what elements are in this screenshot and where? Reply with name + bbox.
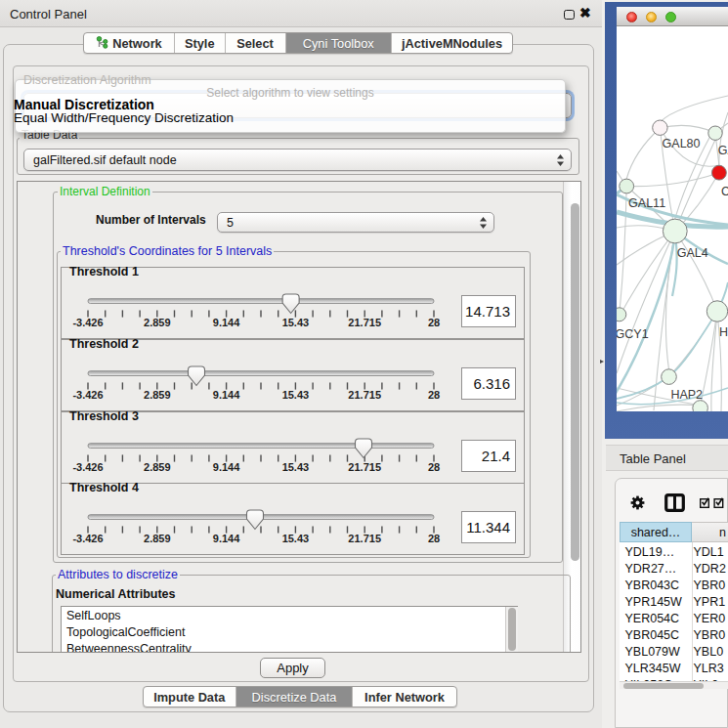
svg-text:21.715: 21.715	[348, 460, 381, 472]
svg-text:21.715: 21.715	[348, 317, 381, 328]
svg-text:2.859: 2.859	[144, 388, 171, 400]
svg-text:2.859: 2.859	[144, 533, 171, 544]
svg-text:15.43: 15.43	[282, 460, 310, 472]
svg-text:28: 28	[428, 388, 440, 400]
svg-text:15.43: 15.43	[282, 317, 310, 328]
svg-text:GA: GA	[718, 144, 728, 157]
svg-text:28: 28	[428, 533, 440, 544]
svg-text:21.715: 21.715	[348, 533, 381, 544]
svg-text:GCY1: GCY1	[617, 327, 649, 341]
svg-text:28: 28	[428, 460, 440, 472]
svg-text:-3.426: -3.426	[72, 388, 103, 400]
svg-text:9.144: 9.144	[213, 388, 240, 400]
svg-text:GAL80: GAL80	[663, 137, 701, 150]
svg-text:H: H	[719, 325, 728, 339]
svg-text:-3.426: -3.426	[72, 317, 103, 328]
svg-text:HAP2: HAP2	[670, 388, 703, 402]
svg-text:GAL11: GAL11	[628, 196, 665, 210]
svg-text:15.43: 15.43	[282, 533, 310, 544]
svg-text:9.144: 9.144	[213, 533, 240, 544]
svg-text:15.43: 15.43	[282, 388, 310, 400]
svg-text:9.144: 9.144	[213, 317, 240, 328]
svg-text:9.144: 9.144	[213, 460, 240, 472]
svg-text:GAL4: GAL4	[677, 246, 708, 260]
svg-text:28: 28	[428, 317, 440, 328]
svg-text:21.715: 21.715	[348, 388, 381, 400]
svg-text:-3.426: -3.426	[72, 460, 103, 472]
svg-text:-3.426: -3.426	[72, 533, 103, 544]
svg-text:C: C	[721, 185, 728, 198]
svg-text:2.859: 2.859	[144, 460, 171, 472]
svg-text:2.859: 2.859	[144, 317, 171, 328]
